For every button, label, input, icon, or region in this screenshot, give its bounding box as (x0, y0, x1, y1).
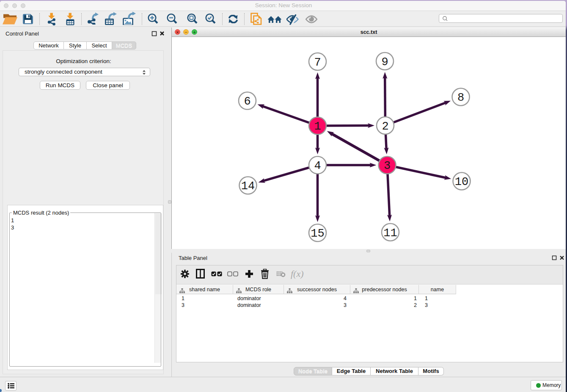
svg-text:2: 2 (382, 120, 388, 133)
svg-text:4: 4 (314, 160, 321, 172)
svg-text:3: 3 (384, 160, 391, 172)
svg-text:9: 9 (381, 56, 388, 69)
svg-text:11: 11 (383, 227, 397, 240)
svg-text:7: 7 (314, 56, 321, 69)
svg-text:6: 6 (244, 95, 250, 108)
svg-text:10: 10 (455, 176, 468, 188)
svg-text:8: 8 (457, 91, 464, 104)
svg-text:1: 1 (314, 120, 321, 133)
svg-text:14: 14 (241, 180, 255, 193)
svg-text:15: 15 (311, 227, 324, 240)
